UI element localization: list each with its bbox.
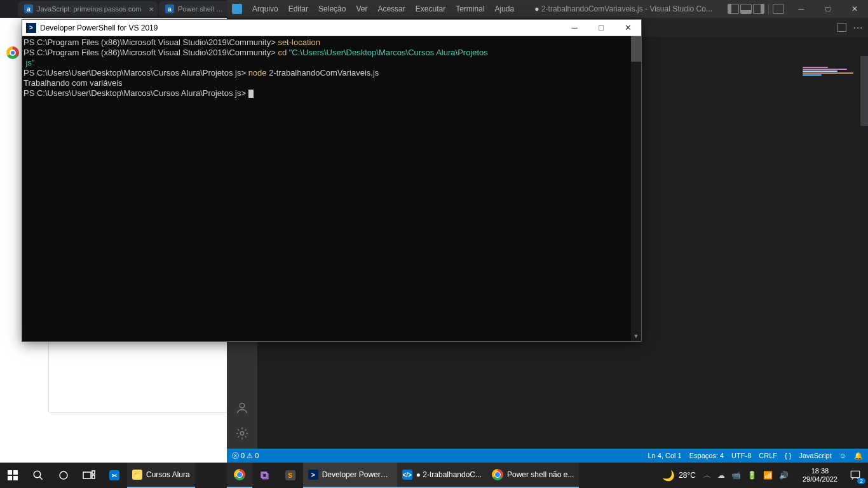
browser-tab-title: Power shell … (178, 5, 223, 13)
powershell-icon: > (26, 23, 36, 33)
clock-date: 29/04/2022 (803, 475, 837, 484)
warning-icon: ⚠ (247, 452, 253, 460)
accounts-icon[interactable] (234, 400, 250, 416)
moon-icon: 🌙 (662, 470, 675, 482)
vscode-titlebar[interactable]: ArquivoEditarSeleçãoVerAcessarExecutarTe… (227, 0, 868, 18)
status-language[interactable]: JavaScript (799, 452, 831, 459)
scrollbar[interactable]: ▲▼ (631, 36, 641, 341)
terminal-line: js" (24, 58, 641, 68)
visual-studio-app[interactable]: ⧉ (252, 463, 278, 488)
terminal-line: PS C:\Program Files (x86)\Microsoft Visu… (24, 37, 641, 48)
menu-editar[interactable]: Editar (283, 4, 313, 13)
toggle-sidebar-right-icon[interactable] (753, 4, 764, 14)
svg-rect-4 (8, 476, 12, 480)
menu-acessar[interactable]: Acessar (372, 4, 410, 13)
weather-widget[interactable]: 🌙 28°C (657, 463, 701, 488)
terminal-output[interactable]: PS C:\Program Files (x86)\Microsoft Visu… (22, 36, 641, 341)
menu-ver[interactable]: Ver (351, 4, 372, 13)
error-icon: ⓧ (232, 451, 239, 461)
clock-time: 18:38 (803, 467, 837, 475)
minimize-button[interactable]: ─ (561, 20, 588, 36)
minimap-line (803, 69, 847, 70)
sublime-app[interactable]: S (278, 463, 303, 488)
close-button[interactable]: ✕ (841, 0, 868, 18)
wifi-icon[interactable]: 📶 (761, 463, 775, 488)
maximize-button[interactable]: □ (815, 0, 841, 18)
terminal-line: Trabalhando com variáveis (24, 78, 641, 88)
language-indicator[interactable] (792, 463, 797, 488)
chrome-icon (492, 469, 503, 480)
svg-rect-5 (13, 476, 18, 480)
vscode-icon: </> (402, 470, 412, 480)
minimize-button[interactable]: ─ (788, 0, 815, 18)
browser-tab-1[interactable]: a JavaScript: primeiros passos com × (18, 1, 158, 17)
split-editor-icon[interactable] (837, 23, 846, 32)
status-braces-icon[interactable]: { } (785, 452, 791, 459)
close-button[interactable]: ✕ (614, 20, 641, 36)
terminal-line: PS C:\Program Files (x86)\Microsoft Visu… (24, 48, 641, 58)
status-encoding[interactable]: UTF-8 (731, 452, 751, 459)
status-problems[interactable]: ⓧ0 ⚠0 (232, 451, 259, 461)
notifications-bell-icon[interactable]: 🔔 (854, 452, 863, 460)
scrollbar-thumb[interactable] (860, 56, 868, 126)
terminal-line: PS C:\Users\User\Desktop\Marcos\Cursos A… (24, 88, 641, 98)
svg-point-6 (34, 471, 41, 478)
chrome-app[interactable] (227, 463, 252, 488)
more-actions-icon[interactable]: ⋯ (853, 22, 863, 34)
battery-icon[interactable]: 🔋 (745, 463, 759, 488)
separator (768, 4, 769, 14)
screen-sketch-app[interactable]: ✂ (102, 463, 127, 488)
minimap[interactable] (803, 66, 866, 92)
search-button[interactable] (25, 463, 51, 488)
minimap-line (803, 67, 828, 68)
minimap-line (803, 71, 837, 72)
taskbar-clock[interactable]: 18:38 29/04/2022 (797, 463, 843, 488)
app-icon: > (308, 470, 318, 480)
scroll-down-icon[interactable]: ▼ (631, 331, 641, 341)
menu-ajuda[interactable]: Ajuda (490, 4, 520, 13)
file-explorer-app[interactable]: 📁 Cursos Alura (127, 463, 195, 488)
taskbar-app-chrome-powershell[interactable]: Power shell não e... (487, 463, 579, 488)
system-tray: ︿ ☁ 📹 🔋 📶 🔊 (701, 463, 797, 488)
minimap-line (803, 74, 822, 76)
taskbar-app-vscode-file[interactable]: </>● 2-trabalhandoC... (397, 463, 487, 488)
taskbar-app-developer-powershell[interactable]: >Developer PowerS... (303, 463, 397, 488)
notification-badge: 2 (857, 478, 865, 484)
start-button[interactable] (0, 463, 25, 488)
task-view-button[interactable] (76, 463, 102, 488)
scrollbar-thumb[interactable] (631, 36, 641, 62)
toggle-panel-bottom-icon[interactable] (740, 4, 752, 14)
status-eol[interactable]: CRLF (759, 452, 777, 459)
menu-arquivo[interactable]: Arquivo (247, 4, 283, 13)
powershell-titlebar[interactable]: > Developer PowerShell for VS 2019 ─ □ ✕ (22, 20, 641, 36)
menu-terminal[interactable]: Terminal (451, 4, 489, 13)
svg-rect-9 (83, 472, 91, 478)
svg-rect-3 (13, 470, 18, 475)
chrome-icon (234, 469, 245, 480)
menu-executar[interactable]: Executar (410, 4, 451, 13)
settings-gear-icon[interactable] (234, 426, 250, 441)
status-ln-col[interactable]: Ln 4, Col 1 (648, 452, 681, 459)
action-center-button[interactable]: 2 (843, 463, 868, 488)
maximize-button[interactable]: □ (588, 20, 614, 36)
toggle-sidebar-left-icon[interactable] (728, 4, 739, 14)
taskbar-label: Power shell não e... (507, 470, 574, 479)
close-icon[interactable]: × (149, 4, 154, 14)
windows-taskbar: ✂ 📁 Cursos Alura ⧉ S >Developer PowerS..… (0, 463, 868, 488)
terminal-line: PS C:\Users\User\Desktop\Marcos\Cursos A… (24, 68, 641, 78)
layout-controls (728, 4, 784, 14)
feedback-icon[interactable]: ☺ (839, 452, 846, 459)
cortana-button[interactable] (51, 463, 76, 488)
window-title-text: 2-trabalhandoComVariaveis.js - Visual St… (541, 4, 712, 13)
onedrive-icon[interactable]: ☁ (715, 463, 728, 488)
status-indent[interactable]: Espaços: 4 (689, 452, 724, 459)
meet-now-icon[interactable]: 📹 (729, 463, 743, 488)
svg-point-0 (240, 403, 244, 408)
menu-seleção[interactable]: Seleção (313, 4, 351, 13)
customize-layout-icon[interactable] (773, 4, 784, 14)
tray-chevron-up-icon[interactable]: ︿ (701, 463, 714, 488)
weather-temp: 28°C (679, 471, 696, 480)
vscode-window-title: ● 2-trabalhandoComVariaveis.js - Visual … (519, 4, 728, 13)
volume-icon[interactable]: 🔊 (776, 463, 791, 488)
taskbar-label: Cursos Alura (146, 470, 190, 479)
